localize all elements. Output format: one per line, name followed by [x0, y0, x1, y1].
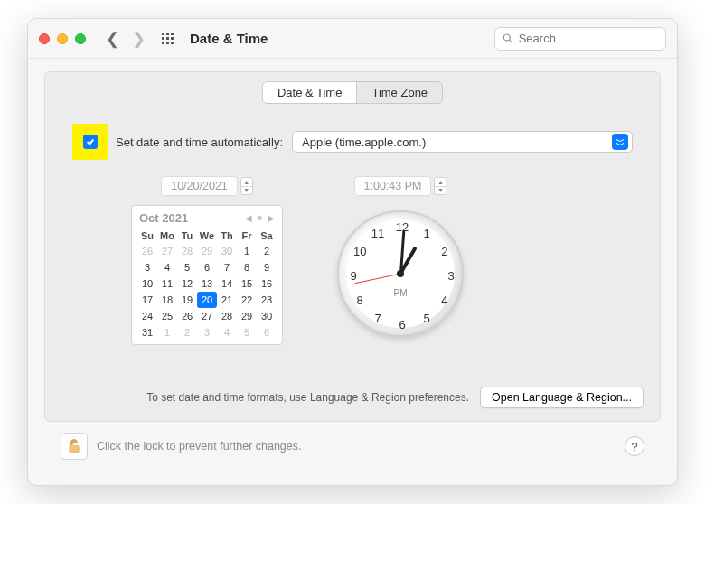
cal-day[interactable]: 30 [257, 308, 277, 324]
auto-label: Set date and time automatically: [116, 135, 283, 149]
clock-number: 2 [441, 245, 447, 258]
lock-button[interactable] [61, 433, 88, 460]
analog-clock: 121234567891011 PM [337, 210, 464, 337]
time-stepper[interactable]: ▲▼ [434, 177, 446, 195]
clock-number: 11 [371, 227, 384, 240]
time-field[interactable]: 1:00:43 PM ▲▼ [354, 176, 447, 196]
chevron-down-icon [612, 134, 628, 150]
cal-day[interactable]: 28 [217, 308, 237, 324]
cal-day[interactable]: 8 [237, 259, 257, 275]
cal-day[interactable]: 15 [237, 275, 257, 292]
cal-day: 29 [197, 243, 217, 259]
cal-day[interactable]: 20 [197, 292, 217, 308]
clock-number: 9 [350, 269, 356, 283]
cal-day: 3 [197, 324, 217, 341]
cal-weekday: Sa [257, 229, 277, 243]
time-server-select[interactable]: Apple (time.apple.com.) [292, 131, 633, 153]
svg-rect-0 [70, 445, 80, 453]
date-column: 10/20/2021 ▲▼ Oct 2021 ◀ ▶ SuMoTuW [131, 176, 283, 345]
cal-day[interactable]: 19 [177, 292, 197, 308]
back-button[interactable]: ❮ [106, 29, 119, 49]
tab-date-time[interactable]: Date & Time [263, 82, 357, 103]
clock-ampm: PM [394, 288, 408, 298]
cal-day[interactable]: 22 [237, 292, 257, 308]
cal-day[interactable]: 25 [157, 308, 177, 324]
search-field[interactable] [494, 27, 666, 51]
cal-day[interactable]: 13 [197, 275, 217, 292]
tab-time-zone[interactable]: Time Zone [356, 82, 442, 103]
cal-prev-icon[interactable]: ◀ [245, 213, 252, 223]
panel: Date & Time Time Zone Set date and time … [44, 71, 661, 422]
zoom-icon[interactable] [75, 33, 86, 44]
calendar-title: Oct 2021 [139, 211, 188, 225]
open-language-region-button[interactable]: Open Language & Region... [480, 387, 644, 408]
cal-day: 30 [217, 243, 237, 259]
lock-text: Click the lock to prevent further change… [97, 440, 302, 453]
cal-day[interactable]: 31 [137, 324, 157, 341]
cal-day[interactable]: 10 [137, 275, 157, 292]
show-all-icon[interactable] [162, 33, 174, 44]
footer-row: To set date and time formats, use Langua… [61, 387, 644, 408]
cal-day[interactable]: 12 [177, 275, 197, 292]
cal-day[interactable]: 21 [217, 292, 237, 308]
cal-day[interactable]: 9 [257, 259, 277, 275]
window-controls [39, 33, 86, 44]
help-button[interactable]: ? [625, 436, 644, 456]
clock-number: 8 [357, 294, 363, 307]
clock-number: 6 [399, 318, 405, 331]
columns: 10/20/2021 ▲▼ Oct 2021 ◀ ▶ SuMoTuW [131, 176, 633, 345]
cal-day[interactable]: 18 [157, 292, 177, 308]
cal-next-icon[interactable]: ▶ [268, 213, 275, 223]
cal-day[interactable]: 14 [217, 275, 237, 292]
clock-pin-icon [397, 270, 404, 277]
cal-day: 6 [257, 324, 277, 341]
cal-day: 4 [217, 324, 237, 341]
cal-day[interactable]: 16 [257, 275, 277, 292]
clock-number: 4 [441, 294, 447, 307]
cal-day: 27 [157, 243, 177, 259]
cal-today-icon[interactable] [258, 216, 262, 220]
cal-day[interactable]: 2 [257, 243, 277, 259]
calendar-nav[interactable]: ◀ ▶ [245, 213, 275, 223]
close-icon[interactable] [39, 33, 50, 44]
date-stepper[interactable]: ▲▼ [240, 177, 253, 195]
clock-number: 7 [374, 311, 381, 324]
cal-weekday: Fr [237, 229, 257, 243]
cal-day[interactable]: 1 [237, 243, 257, 259]
cal-day[interactable]: 29 [237, 308, 257, 324]
auto-row: Set date and time automatically: Apple (… [72, 124, 633, 160]
cal-day[interactable]: 27 [197, 308, 217, 324]
page-title: Date & Time [190, 31, 268, 46]
cal-day[interactable]: 4 [157, 259, 177, 275]
cal-day[interactable]: 7 [217, 259, 237, 275]
search-input[interactable] [519, 32, 658, 45]
cal-day[interactable]: 17 [137, 292, 157, 308]
highlight-annotation [72, 124, 108, 160]
time-column: 1:00:43 PM ▲▼ 121234567891011 PM [337, 176, 464, 345]
clock-number: 10 [353, 245, 366, 258]
content: Date & Time Time Zone Set date and time … [28, 59, 677, 485]
cal-weekday: Th [217, 229, 237, 243]
auto-checkbox[interactable] [83, 135, 98, 149]
date-value: 10/20/2021 [161, 176, 238, 196]
cal-day[interactable]: 24 [137, 308, 157, 324]
cal-day: 28 [177, 243, 197, 259]
calendar[interactable]: Oct 2021 ◀ ▶ SuMoTuWeThFrSa2627282930123… [131, 205, 283, 345]
cal-day[interactable]: 26 [177, 308, 197, 324]
format-hint: To set date and time formats, use Langua… [146, 391, 469, 404]
clock-number: 1 [423, 227, 429, 240]
cal-day[interactable]: 3 [137, 259, 157, 275]
lock-row: Click the lock to prevent further change… [44, 422, 661, 474]
cal-weekday: Su [137, 229, 157, 243]
cal-day: 2 [177, 324, 197, 341]
calendar-grid: SuMoTuWeThFrSa26272829301234567891011121… [137, 229, 277, 341]
cal-day[interactable]: 6 [197, 259, 217, 275]
date-field[interactable]: 10/20/2021 ▲▼ [161, 176, 253, 196]
time-value: 1:00:43 PM [354, 176, 432, 196]
cal-day[interactable]: 5 [177, 259, 197, 275]
cal-day[interactable]: 11 [157, 275, 177, 292]
clock-number: 3 [447, 269, 454, 283]
cal-day[interactable]: 23 [257, 292, 277, 308]
nav-arrows: ❮ ❯ [106, 29, 146, 49]
minimize-icon[interactable] [57, 33, 68, 44]
